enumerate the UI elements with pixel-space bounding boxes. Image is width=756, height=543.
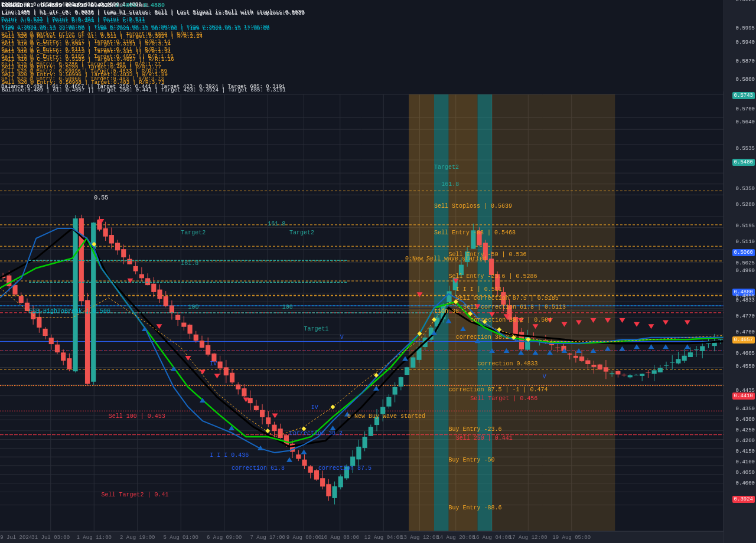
time-label: 9 Aug 00:00 — [286, 535, 321, 541]
time-label: 2 Aug 19:00 — [120, 535, 155, 541]
time-label: 6 Aug 09:00 — [207, 535, 242, 541]
price-label: 0.5743 — [732, 92, 755, 99]
time-label: 31 Jul 03:00 — [31, 535, 70, 541]
time-label: 1 Aug 11:00 — [77, 535, 112, 541]
price-label: 0.5110 — [736, 239, 755, 245]
time-label: 14 Aug 20:00 — [436, 535, 475, 541]
price-label: 0.4050 — [736, 470, 755, 476]
price-label: 0.4550 — [736, 364, 755, 369]
price-label: 0.4605 — [736, 351, 755, 356]
time-scale: 29 Jul 202431 Jul 03:001 Aug 11:002 Aug … — [0, 531, 724, 543]
time-label: 12 Aug 04:00 — [364, 535, 403, 541]
price-label: 0.4250 — [736, 427, 755, 433]
price-label: 0.5940 — [736, 40, 755, 45]
time-label: 19 Aug 05:00 — [552, 535, 591, 541]
price-label: 0.5060 — [732, 249, 755, 256]
price-label: 0.4700 — [736, 329, 755, 335]
price-label: 0.4150 — [736, 449, 755, 454]
price-label: 0.6125 — [736, 0, 755, 3]
price-label: 0.4100 — [736, 459, 755, 465]
price-label: 0.4410 — [732, 392, 755, 400]
price-scale: 0.61250.59950.59400.58700.58000.57430.57… — [724, 0, 756, 543]
price-label: 0.5280 — [736, 202, 755, 208]
time-label: 16 Aug 04:00 — [473, 535, 511, 541]
price-label: 0.4770 — [736, 313, 755, 319]
price-label: 0.5640 — [736, 119, 755, 125]
price-label: 0.5995 — [736, 25, 755, 31]
time-label: 10 Aug 08:00 — [321, 535, 359, 541]
price-label: 0.4350 — [736, 406, 755, 412]
price-label: 0.5870 — [736, 58, 755, 64]
price-label: 0.5025 — [736, 260, 755, 266]
price-label: 0.4833 — [736, 297, 755, 303]
time-label: 5 Aug 01:00 — [164, 535, 198, 541]
price-label: 0.3924 — [732, 496, 755, 503]
price-label: 0.5480 — [732, 159, 755, 166]
price-label: 0.5700 — [736, 106, 755, 112]
time-label: 7 Aug 17:00 — [250, 535, 285, 541]
price-label: 0.4200 — [736, 438, 755, 444]
price-label: 0.5535 — [736, 146, 755, 152]
price-label: 0.4990 — [736, 268, 755, 274]
chart-container: EOSUSD:H1 0.4859 0.4890 0.4838 0.4880 0.… — [0, 0, 756, 543]
price-label: 0.4000 — [736, 480, 755, 486]
price-label: 0.4657 — [732, 336, 755, 344]
time-label: 13 Aug 12:00 — [400, 535, 439, 541]
price-label: 0.5800 — [736, 77, 755, 83]
time-label: 17 Aug 12:00 — [509, 535, 548, 541]
price-label: 0.4300 — [736, 417, 755, 423]
chart-canvas — [0, 0, 756, 543]
price-label: 0.5195 — [736, 223, 755, 229]
price-label: 0.5350 — [736, 186, 755, 192]
time-label: 29 Jul 2024 — [0, 535, 32, 541]
